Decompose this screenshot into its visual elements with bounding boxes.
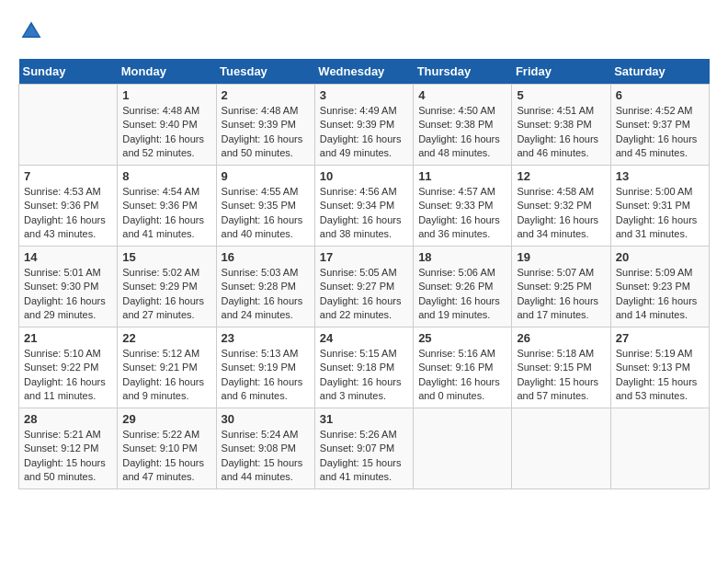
day-info: Sunrise: 4:55 AMSunset: 9:35 PMDaylight:…: [222, 185, 310, 242]
day-number: 27: [616, 331, 704, 345]
day-header-tuesday: Tuesday: [216, 59, 314, 85]
calendar-cell: 19Sunrise: 5:07 AMSunset: 9:25 PMDayligh…: [512, 247, 610, 327]
calendar-cell: 11Sunrise: 4:57 AMSunset: 9:33 PMDayligh…: [414, 166, 512, 247]
calendar-cell: 31Sunrise: 5:26 AMSunset: 9:07 PMDayligh…: [314, 408, 413, 489]
calendar-cell: 16Sunrise: 5:03 AMSunset: 9:28 PMDayligh…: [216, 247, 314, 327]
calendar-cell: 27Sunrise: 5:19 AMSunset: 9:13 PMDayligh…: [610, 327, 709, 408]
day-header-sunday: Sunday: [19, 59, 118, 85]
day-number: 14: [24, 250, 112, 264]
day-info: Sunrise: 5:03 AMSunset: 9:28 PMDaylight:…: [222, 266, 310, 323]
day-number: 23: [222, 331, 310, 345]
day-info: Sunrise: 5:19 AMSunset: 9:13 PMDaylight:…: [616, 347, 704, 404]
calendar-cell: 24Sunrise: 5:15 AMSunset: 9:18 PMDayligh…: [314, 327, 413, 408]
day-info: Sunrise: 5:15 AMSunset: 9:18 PMDaylight:…: [320, 347, 408, 404]
week-row-3: 14Sunrise: 5:01 AMSunset: 9:30 PMDayligh…: [19, 247, 710, 327]
day-number: 28: [24, 412, 112, 426]
day-number: 6: [616, 88, 704, 102]
calendar-cell: 13Sunrise: 5:00 AMSunset: 9:31 PMDayligh…: [610, 166, 709, 247]
day-info: Sunrise: 5:05 AMSunset: 9:27 PMDaylight:…: [320, 266, 408, 323]
week-row-5: 28Sunrise: 5:21 AMSunset: 9:12 PMDayligh…: [19, 408, 710, 489]
day-header-saturday: Saturday: [610, 59, 709, 85]
day-number: 8: [122, 169, 210, 183]
calendar-cell: [19, 85, 118, 166]
day-info: Sunrise: 5:18 AMSunset: 9:15 PMDaylight:…: [517, 347, 605, 404]
week-row-2: 7Sunrise: 4:53 AMSunset: 9:36 PMDaylight…: [19, 166, 710, 247]
day-number: 7: [24, 169, 112, 183]
day-number: 4: [418, 88, 506, 102]
calendar-cell: 26Sunrise: 5:18 AMSunset: 9:15 PMDayligh…: [512, 327, 610, 408]
day-number: 13: [616, 169, 704, 183]
day-number: 1: [122, 88, 210, 102]
day-header-wednesday: Wednesday: [314, 59, 413, 85]
calendar-cell: 25Sunrise: 5:16 AMSunset: 9:16 PMDayligh…: [414, 327, 512, 408]
logo: [18, 18, 48, 44]
page-header: [18, 18, 710, 44]
day-number: 20: [616, 250, 704, 264]
day-info: Sunrise: 4:50 AMSunset: 9:38 PMDaylight:…: [418, 104, 506, 161]
day-number: 10: [320, 169, 408, 183]
calendar-cell: 28Sunrise: 5:21 AMSunset: 9:12 PMDayligh…: [19, 408, 118, 489]
day-info: Sunrise: 4:53 AMSunset: 9:36 PMDaylight:…: [24, 185, 112, 242]
day-info: Sunrise: 5:10 AMSunset: 9:22 PMDaylight:…: [24, 347, 112, 404]
day-info: Sunrise: 5:22 AMSunset: 9:10 PMDaylight:…: [122, 428, 210, 485]
day-number: 17: [320, 250, 408, 264]
day-info: Sunrise: 5:24 AMSunset: 9:08 PMDaylight:…: [222, 428, 310, 485]
day-number: 29: [122, 412, 210, 426]
day-info: Sunrise: 5:13 AMSunset: 9:19 PMDaylight:…: [222, 347, 310, 404]
calendar-table: SundayMondayTuesdayWednesdayThursdayFrid…: [18, 59, 710, 489]
day-info: Sunrise: 4:54 AMSunset: 9:36 PMDaylight:…: [122, 185, 210, 242]
calendar-cell: 22Sunrise: 5:12 AMSunset: 9:21 PMDayligh…: [118, 327, 216, 408]
day-header-friday: Friday: [512, 59, 610, 85]
day-info: Sunrise: 5:26 AMSunset: 9:07 PMDaylight:…: [320, 428, 408, 485]
calendar-cell: 12Sunrise: 4:58 AMSunset: 9:32 PMDayligh…: [512, 166, 610, 247]
day-number: 3: [320, 88, 408, 102]
calendar-cell: 30Sunrise: 5:24 AMSunset: 9:08 PMDayligh…: [216, 408, 314, 489]
day-info: Sunrise: 5:00 AMSunset: 9:31 PMDaylight:…: [616, 185, 704, 242]
day-info: Sunrise: 4:57 AMSunset: 9:33 PMDaylight:…: [418, 185, 506, 242]
day-info: Sunrise: 4:48 AMSunset: 9:40 PMDaylight:…: [122, 104, 210, 161]
day-number: 24: [320, 331, 408, 345]
day-number: 9: [222, 169, 310, 183]
day-number: 19: [517, 250, 605, 264]
day-number: 21: [24, 331, 112, 345]
day-number: 15: [122, 250, 210, 264]
day-number: 25: [418, 331, 506, 345]
day-number: 31: [320, 412, 408, 426]
day-info: Sunrise: 5:02 AMSunset: 9:29 PMDaylight:…: [122, 266, 210, 323]
calendar-cell: 2Sunrise: 4:48 AMSunset: 9:39 PMDaylight…: [216, 85, 314, 166]
day-number: 26: [517, 331, 605, 345]
calendar-cell: 15Sunrise: 5:02 AMSunset: 9:29 PMDayligh…: [118, 247, 216, 327]
day-number: 5: [517, 88, 605, 102]
day-info: Sunrise: 4:58 AMSunset: 9:32 PMDaylight:…: [517, 185, 605, 242]
calendar-cell: 1Sunrise: 4:48 AMSunset: 9:40 PMDaylight…: [118, 85, 216, 166]
day-info: Sunrise: 5:16 AMSunset: 9:16 PMDaylight:…: [418, 347, 506, 404]
calendar-cell: 10Sunrise: 4:56 AMSunset: 9:34 PMDayligh…: [314, 166, 413, 247]
day-header-thursday: Thursday: [414, 59, 512, 85]
day-number: 18: [418, 250, 506, 264]
calendar-cell: 4Sunrise: 4:50 AMSunset: 9:38 PMDaylight…: [414, 85, 512, 166]
calendar-cell: 18Sunrise: 5:06 AMSunset: 9:26 PMDayligh…: [414, 247, 512, 327]
day-number: 12: [517, 169, 605, 183]
calendar-cell: 21Sunrise: 5:10 AMSunset: 9:22 PMDayligh…: [19, 327, 118, 408]
day-header-monday: Monday: [118, 59, 216, 85]
calendar-cell: [610, 408, 709, 489]
day-info: Sunrise: 5:07 AMSunset: 9:25 PMDaylight:…: [517, 266, 605, 323]
days-header-row: SundayMondayTuesdayWednesdayThursdayFrid…: [19, 59, 710, 85]
day-number: 30: [222, 412, 310, 426]
week-row-1: 1Sunrise: 4:48 AMSunset: 9:40 PMDaylight…: [19, 85, 710, 166]
calendar-cell: 7Sunrise: 4:53 AMSunset: 9:36 PMDaylight…: [19, 166, 118, 247]
day-info: Sunrise: 4:51 AMSunset: 9:38 PMDaylight:…: [517, 104, 605, 161]
calendar-cell: 3Sunrise: 4:49 AMSunset: 9:39 PMDaylight…: [314, 85, 413, 166]
day-info: Sunrise: 4:56 AMSunset: 9:34 PMDaylight:…: [320, 185, 408, 242]
day-info: Sunrise: 5:12 AMSunset: 9:21 PMDaylight:…: [122, 347, 210, 404]
week-row-4: 21Sunrise: 5:10 AMSunset: 9:22 PMDayligh…: [19, 327, 710, 408]
calendar-cell: 6Sunrise: 4:52 AMSunset: 9:37 PMDaylight…: [610, 85, 709, 166]
day-number: 11: [418, 169, 506, 183]
calendar-cell: [414, 408, 512, 489]
day-info: Sunrise: 5:06 AMSunset: 9:26 PMDaylight:…: [418, 266, 506, 323]
calendar-cell: 14Sunrise: 5:01 AMSunset: 9:30 PMDayligh…: [19, 247, 118, 327]
calendar-cell: 23Sunrise: 5:13 AMSunset: 9:19 PMDayligh…: [216, 327, 314, 408]
calendar-cell: 20Sunrise: 5:09 AMSunset: 9:23 PMDayligh…: [610, 247, 709, 327]
calendar-cell: 9Sunrise: 4:55 AMSunset: 9:35 PMDaylight…: [216, 166, 314, 247]
day-number: 16: [222, 250, 310, 264]
